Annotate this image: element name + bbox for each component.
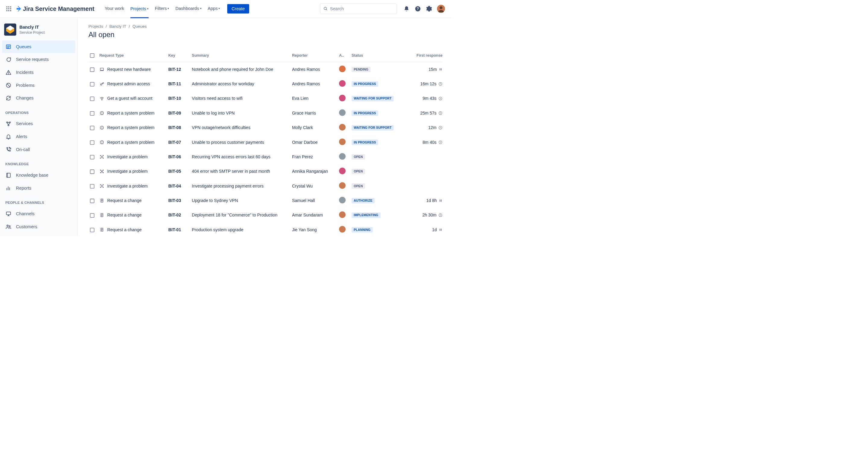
row-checkbox[interactable] [90, 126, 95, 130]
nav-item-projects[interactable]: Projects▾ [130, 6, 148, 19]
table-row[interactable]: Request a change BIT-02 Deployment 18 fo… [89, 208, 443, 222]
assignee-avatar[interactable] [339, 95, 346, 101]
table-row[interactable]: Investigate a problem BIT-04 Investigate… [89, 179, 443, 193]
profile-avatar[interactable] [437, 5, 445, 13]
issue-key[interactable]: BIT-01 [167, 222, 190, 236]
status-badge[interactable]: AUTHORIZE [352, 198, 375, 204]
assignee-avatar[interactable] [339, 66, 346, 72]
sidebar-item-knowledge-base[interactable]: Knowledge base [2, 169, 75, 182]
status-badge[interactable]: OPEN [352, 169, 365, 174]
status-badge[interactable]: IN PROGRESS [352, 110, 378, 116]
summary[interactable]: VPN outage/network difficulties [190, 121, 290, 135]
status-badge[interactable]: IN PROGRESS [352, 81, 378, 87]
breadcrumb-project[interactable]: Bancly IT [110, 24, 126, 29]
assignee-avatar[interactable] [339, 110, 346, 116]
table-row[interactable]: Request a change BIT-03 Upgrade to Sydne… [89, 193, 443, 208]
col-assignee[interactable]: A.. [338, 53, 350, 62]
issue-key[interactable]: BIT-12 [167, 62, 190, 77]
status-badge[interactable]: OPEN [352, 183, 365, 189]
sidebar-item-queues[interactable]: Queues [2, 40, 75, 53]
issue-key[interactable]: BIT-04 [167, 179, 190, 193]
issue-key[interactable]: BIT-02 [167, 208, 190, 222]
create-button[interactable]: Create [227, 4, 249, 13]
reporter[interactable]: Omar Darboe [290, 135, 338, 150]
assignee-avatar[interactable] [339, 168, 346, 174]
summary[interactable]: Production system upgrade [190, 222, 290, 236]
summary[interactable]: Unable to process customer payments [190, 135, 290, 150]
table-row[interactable]: Report a system problem BIT-08 VPN outag… [89, 121, 443, 135]
help-button[interactable]: ? [414, 5, 421, 12]
assignee-avatar[interactable] [339, 153, 346, 160]
row-checkbox[interactable] [90, 67, 95, 72]
col-request-type[interactable]: Request Type [98, 53, 167, 62]
row-checkbox[interactable] [90, 184, 95, 189]
sidebar-item-services[interactable]: Services [2, 118, 75, 130]
col-key[interactable]: Key [167, 53, 190, 62]
sidebar-item-on-call[interactable]: On-call [2, 143, 75, 156]
col-status[interactable]: Status [350, 53, 402, 62]
status-badge[interactable]: WAITING FOR SUPPORT [352, 125, 394, 130]
row-checkbox[interactable] [90, 213, 95, 218]
table-row[interactable]: Request new hardware BIT-12 Notebook and… [89, 62, 443, 77]
table-row[interactable]: Request a change BIT-01 Production syste… [89, 222, 443, 236]
table-row[interactable]: Report a system problem BIT-09 Unable to… [89, 106, 443, 120]
row-checkbox[interactable] [90, 155, 95, 159]
col-first-response[interactable]: First response [402, 53, 442, 62]
nav-item-filters[interactable]: Filters▾ [155, 6, 169, 12]
summary[interactable]: Deployment 18 for "Commerce" to Producti… [190, 208, 290, 222]
sidebar-item-reports[interactable]: Reports [2, 182, 75, 194]
sidebar-item-service-requests[interactable]: Service requests [2, 53, 75, 66]
issue-key[interactable]: BIT-05 [167, 164, 190, 179]
issue-key[interactable]: BIT-09 [167, 106, 190, 120]
summary[interactable]: Investigate processing payment errors [190, 179, 290, 193]
nav-item-dashboards[interactable]: Dashboards▾ [176, 6, 201, 12]
status-badge[interactable]: WAITING FOR SUPPORT [352, 96, 394, 101]
product-logo[interactable]: Jira Service Management [15, 5, 94, 12]
notifications-button[interactable] [403, 5, 410, 12]
row-checkbox[interactable] [90, 228, 95, 233]
table-row[interactable]: Report a system problem BIT-07 Unable to… [89, 135, 443, 150]
col-summary[interactable]: Summary [190, 53, 290, 62]
row-checkbox[interactable] [90, 141, 95, 145]
reporter[interactable]: Amar Sundaram [290, 208, 338, 222]
reporter[interactable]: Andres Ramos [290, 77, 338, 91]
assignee-avatar[interactable] [339, 197, 346, 204]
issue-key[interactable]: BIT-11 [167, 77, 190, 91]
sidebar-item-customers[interactable]: Customers [2, 220, 75, 233]
assignee-avatar[interactable] [339, 139, 346, 145]
sidebar-item-problems[interactable]: Problems [2, 79, 75, 92]
status-badge[interactable]: IN PROGRESS [352, 140, 378, 145]
nav-item-your-work[interactable]: Your work [104, 6, 124, 12]
assignee-avatar[interactable] [339, 226, 346, 233]
reporter[interactable]: Molly Clark [290, 121, 338, 135]
sidebar-item-changes[interactable]: Changes [2, 92, 75, 104]
assignee-avatar[interactable] [339, 182, 346, 189]
table-row[interactable]: Investigate a problem BIT-05 404 error w… [89, 164, 443, 179]
summary[interactable]: Visitors need access to wifi [190, 91, 290, 106]
reporter[interactable]: Andres Ramos [290, 62, 338, 77]
reporter[interactable]: Samuel Hall [290, 193, 338, 208]
sidebar-item-alerts[interactable]: Alerts [2, 130, 75, 143]
sidebar-item-incidents[interactable]: Incidents [2, 66, 75, 79]
summary[interactable]: 404 error with SMTP server in past month [190, 164, 290, 179]
col-reporter[interactable]: Reporter [290, 53, 338, 62]
project-header[interactable]: Bancly IT Service Project [2, 24, 75, 40]
reporter[interactable]: Crystal Wu [290, 179, 338, 193]
issue-key[interactable]: BIT-03 [167, 193, 190, 208]
summary[interactable]: Recurring VPN access errors last 60 days [190, 150, 290, 164]
table-row[interactable]: Request admin access BIT-11 Administrato… [89, 77, 443, 91]
app-switcher-button[interactable] [5, 5, 13, 13]
assignee-avatar[interactable] [339, 211, 346, 218]
reporter[interactable]: Grace Harris [290, 106, 338, 120]
row-checkbox[interactable] [90, 170, 95, 174]
search-input[interactable] [330, 6, 393, 11]
table-row[interactable]: Get a guest wifi account BIT-10 Visitors… [89, 91, 443, 106]
breadcrumb-projects[interactable]: Projects [89, 24, 103, 29]
assignee-avatar[interactable] [339, 124, 346, 130]
nav-item-apps[interactable]: Apps▾ [208, 6, 220, 12]
issue-key[interactable]: BIT-08 [167, 121, 190, 135]
issue-key[interactable]: BIT-06 [167, 150, 190, 164]
issue-key[interactable]: BIT-07 [167, 135, 190, 150]
status-badge[interactable]: PENDING [352, 67, 371, 72]
status-badge[interactable]: OPEN [352, 154, 365, 160]
